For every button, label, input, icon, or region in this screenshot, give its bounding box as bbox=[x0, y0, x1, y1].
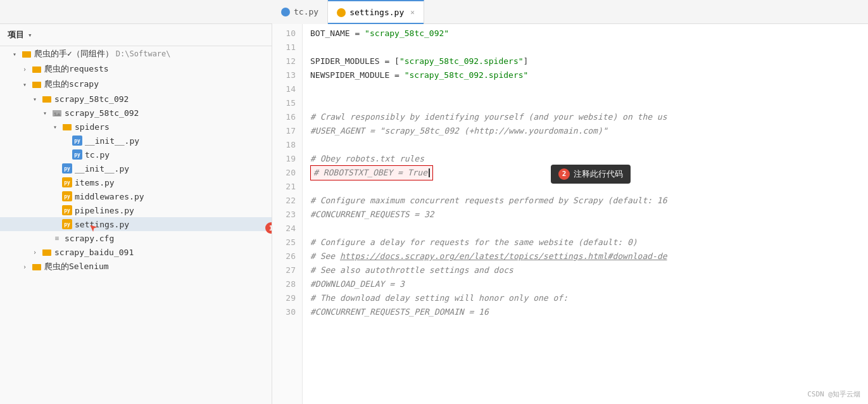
line-numbers: 1011121314 1516171819 2021222324 2526272… bbox=[272, 24, 303, 404]
code-line-11 bbox=[310, 41, 868, 54]
close-icon[interactable]: ✕ bbox=[410, 8, 415, 16]
folder-img-icon bbox=[52, 108, 62, 118]
tree-item-tc[interactable]: py tc.py bbox=[0, 148, 272, 161]
sidebar: 项目 ▾ ▾ 爬虫的手✓（同组件） D:\Software\ › 爬虫的requ… bbox=[0, 24, 272, 404]
folder-icon bbox=[42, 94, 52, 104]
tree-item-items[interactable]: py items.py bbox=[0, 175, 272, 189]
highlighted-code: # ROBOTSTXT_OBEY = True bbox=[310, 165, 433, 180]
folder-icon bbox=[22, 49, 32, 59]
code-line-18 bbox=[310, 138, 868, 152]
code-lines: BOT_NAME = "scrapy_58tc_092" SPIDER_MODU… bbox=[303, 24, 868, 404]
tree-item-scrapy-cfg[interactable]: ≡ scrapy.cfg bbox=[0, 231, 272, 245]
code-line-22: # Configure maximum concurrent requests … bbox=[310, 194, 868, 208]
tree-item-init-py[interactable]: py __init__.py bbox=[0, 161, 272, 175]
code-line-24 bbox=[310, 222, 868, 236]
tree-item-crawl-parent[interactable]: ▾ 爬虫的手✓（同组件） D:\Software\ bbox=[0, 46, 272, 61]
chevron-right-icon: › bbox=[20, 65, 29, 73]
code-line-23: #CONCURRENT_REQUESTS = 32 bbox=[310, 208, 868, 222]
code-area: 1011121314 1516171819 2021222324 2526272… bbox=[272, 24, 868, 404]
tree-item-settings[interactable]: py settings.py ➤ 1 bbox=[0, 217, 272, 231]
svg-rect-12 bbox=[63, 124, 66, 126]
tooltip: 2 注释此行代码 bbox=[551, 165, 631, 184]
chevron-down-icon: ▾ bbox=[51, 122, 60, 131]
svg-rect-7 bbox=[42, 96, 46, 98]
tree-item-scrapy-58tc-inner[interactable]: ▾ scrapy_58tc_092 bbox=[0, 106, 272, 120]
py-icon-settings bbox=[337, 8, 346, 17]
code-line-30: #CONCURRENT_REQUESTS_PER_DOMAIN = 16 bbox=[310, 305, 868, 319]
tab-tc-label: tc.py bbox=[294, 7, 318, 16]
svg-rect-3 bbox=[32, 66, 36, 68]
svg-rect-14 bbox=[42, 249, 46, 251]
code-line-19: # Obey robots.txt rules bbox=[310, 152, 868, 166]
code-line-27: # See also autothrottle settings and doc… bbox=[310, 263, 868, 277]
code-line-29: # The download delay setting will honor … bbox=[310, 291, 868, 305]
tab-tc[interactable]: tc.py bbox=[272, 0, 328, 24]
code-line-16: # Crawl responsibly by identifying yours… bbox=[310, 110, 868, 124]
py-file-icon: py bbox=[72, 136, 82, 146]
sidebar-header: 项目 ▾ bbox=[0, 24, 272, 46]
tooltip-badge: 2 bbox=[558, 168, 570, 180]
tree-item-requests[interactable]: › 爬虫的requests bbox=[0, 61, 272, 77]
project-label: 项目 bbox=[8, 29, 24, 41]
tooltip-text: 注释此行代码 bbox=[574, 167, 623, 181]
folder-icon bbox=[42, 247, 52, 257]
tab-bar: tc.py settings.py ✕ bbox=[0, 0, 868, 24]
py-file-icon: py bbox=[62, 163, 72, 174]
py-file-icon-yellow: py bbox=[62, 205, 72, 215]
tree-item-scrapy[interactable]: ▾ 爬虫的scrapy bbox=[0, 77, 272, 92]
code-line-12: SPIDER_MODULES = ["scrapy_58tc_092.spide… bbox=[310, 54, 868, 68]
tree-item-selenium[interactable]: › 爬虫的Selenium bbox=[0, 259, 272, 274]
tree-item-scrapy-baidu[interactable]: › scrapy_baidu_091 bbox=[0, 245, 272, 259]
svg-rect-5 bbox=[32, 82, 36, 84]
chevron-down-icon: ▾ bbox=[10, 49, 19, 58]
svg-rect-1 bbox=[22, 51, 26, 53]
code-line-26: # See https://docs.scrapy.org/en/latest/… bbox=[310, 249, 868, 263]
py-file-icon-yellow: py bbox=[62, 219, 72, 229]
code-line-25: # Configure a delay for requests for the… bbox=[310, 236, 868, 249]
code-line-14 bbox=[310, 82, 868, 96]
py-file-icon-yellow: py bbox=[62, 191, 72, 201]
code-line-28: #DOWNLOAD_DELAY = 3 bbox=[310, 277, 868, 291]
folder-icon bbox=[32, 64, 42, 74]
chevron-down-icon: ▾ bbox=[41, 108, 49, 117]
code-line-13: NEWSPIDER_MODULE = "scrapy_58tc_092.spid… bbox=[310, 68, 868, 82]
folder-icon bbox=[62, 122, 72, 132]
svg-rect-9 bbox=[53, 110, 56, 112]
code-line-20: # ROBOTSTXT_OBEY = True 2 注释此行代码 bbox=[310, 166, 868, 180]
code-line-10: BOT_NAME = "scrapy_58tc_092" bbox=[310, 27, 868, 41]
py-file-icon: py bbox=[72, 149, 82, 160]
svg-rect-16 bbox=[32, 264, 36, 266]
tree-item-pipelines[interactable]: py pipelines.py bbox=[0, 203, 272, 217]
folder-icon bbox=[32, 262, 42, 272]
chevron-down-icon: ▾ bbox=[30, 94, 39, 103]
chevron-right-icon: › bbox=[30, 248, 39, 256]
badge-1: 1 bbox=[265, 222, 272, 234]
chevron-right-icon: › bbox=[20, 262, 29, 271]
code-line-17: #USER_AGENT = "scrapy_58tc_092 (+http://… bbox=[310, 124, 868, 138]
tab-settings[interactable]: settings.py ✕ bbox=[328, 0, 424, 24]
py-icon-tc bbox=[281, 8, 290, 16]
watermark: CSDN @知乎云烟 bbox=[807, 389, 860, 399]
tree-item-init-spiders[interactable]: py __init__.py bbox=[0, 134, 272, 148]
tree-item-middlewares[interactable]: py middlewares.py bbox=[0, 189, 272, 203]
dropdown-icon[interactable]: ▾ bbox=[28, 31, 32, 39]
tree-item-scrapy-58tc[interactable]: ▾ scrapy_58tc_092 bbox=[0, 92, 272, 106]
chevron-down-icon: ▾ bbox=[20, 80, 29, 89]
cfg-file-icon: ≡ bbox=[52, 233, 62, 243]
tab-settings-label: settings.py bbox=[349, 8, 404, 17]
py-file-icon-yellow: py bbox=[62, 177, 72, 187]
folder-icon bbox=[32, 79, 42, 89]
tree-item-spiders[interactable]: ▾ spiders bbox=[0, 120, 272, 134]
code-line-15 bbox=[310, 96, 868, 110]
